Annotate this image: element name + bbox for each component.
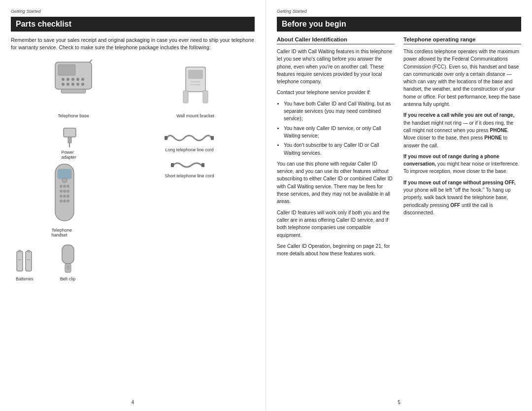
svg-point-7 (71, 83, 74, 86)
svg-point-10 (76, 83, 79, 86)
right-content-area: About Caller Identification Caller ID wi… (277, 36, 521, 402)
batteries-img (16, 247, 33, 274)
col-caller-id: About Caller Identification Caller ID wi… (277, 36, 395, 402)
col1-para3: You can use this phone with regular Call… (277, 160, 395, 206)
col2-off-key: OFF (450, 203, 460, 208)
parts-grid: Telephone base (11, 57, 255, 402)
part-wall-mount: Wall mount bracket (176, 57, 214, 118)
svg-point-25 (60, 185, 63, 188)
col1-para2: Contact your telephone service provider … (277, 89, 395, 96)
svg-rect-43 (18, 250, 21, 252)
right-section-title: Before you begin (277, 17, 521, 32)
power-adapter-img (61, 126, 83, 148)
long-cord-label: Long telephone line cord (165, 147, 214, 152)
svg-rect-42 (17, 251, 23, 271)
svg-point-32 (63, 195, 66, 198)
part-belt-clip: Belt clip (58, 242, 78, 281)
part-short-cord: Short telephone line cord (165, 159, 214, 178)
svg-point-34 (60, 200, 63, 203)
svg-point-28 (60, 190, 63, 193)
svg-rect-45 (27, 250, 30, 252)
short-cord-label: Short telephone line cord (165, 173, 214, 178)
part-power-adapter: Power adapter (61, 126, 83, 160)
col2-bold-section3: If you move out of range without pressin… (403, 179, 521, 216)
svg-rect-17 (203, 91, 208, 103)
svg-point-9 (81, 78, 84, 81)
belt-clip-img (58, 242, 78, 274)
power-adapter-label: Power adapter (61, 150, 76, 160)
right-getting-started-label: Getting Started (277, 9, 521, 14)
telephone-base-img (51, 57, 96, 111)
svg-rect-24 (58, 169, 71, 179)
svg-rect-1 (58, 65, 75, 75)
svg-point-33 (66, 195, 69, 198)
wall-mount-label: Wall mount bracket (176, 113, 214, 118)
col1-body: Caller ID with Call Waiting features in … (277, 48, 395, 261)
handset-img (51, 162, 78, 226)
svg-point-37 (62, 178, 67, 183)
svg-rect-16 (183, 91, 188, 103)
document-page: Getting Started Parts checklist Remember… (0, 0, 532, 411)
part-long-cord: Long telephone line cord (165, 131, 214, 152)
col1-para5: See Caller ID Operation, beginning on pa… (277, 242, 395, 258)
wall-mount-img (178, 57, 213, 111)
left-page-number: 4 (132, 400, 134, 405)
col-operating-range: Telephone operating range This cordless … (403, 36, 521, 402)
belt-clip-label: Belt clip (60, 276, 76, 281)
col1-para4: Caller ID features will work only if bot… (277, 209, 395, 239)
svg-point-4 (71, 78, 74, 81)
col2-bold1: If you receive a call while you are out … (403, 112, 514, 118)
part-batteries: Batteries (16, 247, 33, 281)
col1-para1: Caller ID with Call Waiting features in … (277, 48, 395, 85)
svg-rect-12 (61, 89, 86, 93)
svg-point-8 (76, 78, 79, 81)
left-section-title: Parts checklist (11, 17, 255, 32)
col1-title: About Caller Identification (277, 36, 395, 44)
svg-point-27 (66, 185, 69, 188)
left-page: Getting Started Parts checklist Remember… (0, 0, 266, 411)
col1-bullet3: You don't subscribe to any Caller ID or … (284, 141, 395, 157)
col2-bold-section1: If you receive a call while you are out … (403, 111, 521, 149)
col2-body: This cordless telephone operates with th… (403, 48, 521, 220)
svg-rect-48 (62, 245, 74, 264)
svg-point-11 (81, 83, 84, 86)
svg-rect-44 (26, 251, 32, 271)
col2-phone-key1: PHONE (490, 128, 508, 133)
svg-point-2 (62, 78, 65, 81)
svg-rect-21 (68, 137, 71, 143)
svg-rect-20 (64, 128, 76, 137)
col1-bullet2: You have only Caller ID service, or only… (284, 125, 395, 140)
parts-row-1: Telephone base (11, 57, 255, 118)
part-handset: Telephone handset (51, 162, 78, 238)
long-cord-img (165, 131, 214, 145)
telephone-base-label: Telephone base (58, 113, 89, 118)
svg-point-29 (63, 190, 66, 193)
parts-row-2: Power adapter (11, 126, 255, 238)
col2-title: Telephone operating range (403, 36, 521, 44)
svg-rect-39 (211, 136, 214, 140)
col2-phone-key2: PHONE (484, 135, 502, 140)
right-page-number: 5 (398, 400, 400, 405)
col1-bullets: You have both Caller ID and Call Waiting… (284, 100, 395, 157)
col2-bold2: If you move out of range during a phone … (403, 154, 499, 167)
handset-label: Telephone handset (51, 228, 72, 238)
col2-bold-section2: If you move out of range during a phone … (403, 153, 521, 175)
batteries-label: Batteries (16, 276, 33, 281)
left-getting-started-label: Getting Started (11, 9, 255, 14)
part-telephone-base: Telephone base (51, 57, 96, 118)
svg-line-13 (90, 60, 92, 62)
svg-point-31 (60, 195, 63, 198)
col1-bullet1: You have both Caller ID and Call Waiting… (284, 100, 395, 123)
svg-rect-50 (66, 265, 69, 270)
svg-rect-40 (171, 163, 174, 167)
svg-rect-38 (165, 136, 167, 140)
col2-para1: This cordless telephone operates with th… (403, 48, 521, 108)
svg-point-26 (63, 185, 66, 188)
col2-bold3: If you move out of range without pressin… (403, 180, 516, 185)
svg-rect-15 (188, 70, 203, 79)
left-intro-text: Remember to save your sales receipt and … (11, 36, 255, 51)
svg-point-30 (66, 190, 69, 193)
svg-point-35 (63, 200, 66, 203)
svg-point-3 (66, 78, 69, 81)
svg-rect-41 (201, 163, 204, 167)
